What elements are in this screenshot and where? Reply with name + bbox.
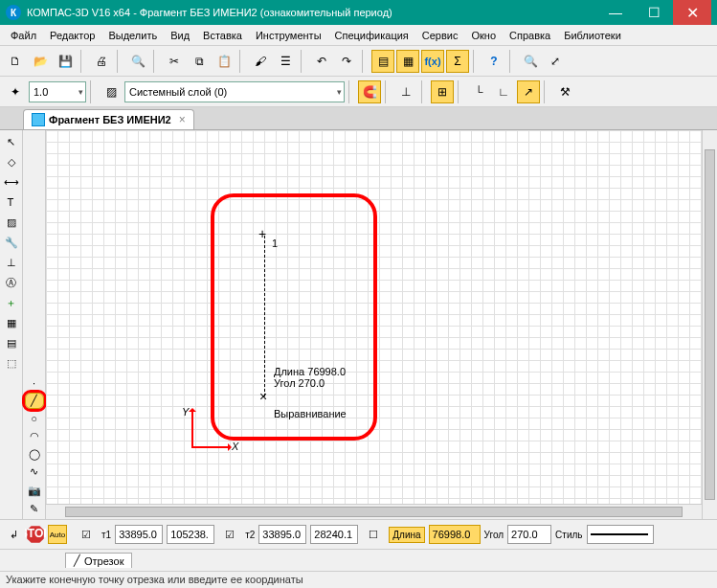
edit-button[interactable]: ⚒ <box>553 80 576 103</box>
spec-tool[interactable]: ▦ <box>2 313 21 332</box>
clipboard-icon: 📋 <box>217 55 232 68</box>
style-field[interactable] <box>587 525 654 544</box>
paste-button[interactable]: 📋 <box>213 50 235 73</box>
insert-tool[interactable]: ⬚ <box>2 353 21 373</box>
param-tab-segment[interactable]: ╱ Отрезок <box>65 553 132 568</box>
lib-button-1[interactable]: ▤ <box>371 50 394 73</box>
t2-lock[interactable]: ☑ <box>218 523 241 546</box>
dim-tool[interactable]: ⟷ <box>2 172 21 192</box>
undo-button[interactable]: ↶ <box>310 50 333 73</box>
redo-button[interactable]: ↷ <box>335 50 358 73</box>
zoom-in-button[interactable]: 🔍 <box>519 50 542 73</box>
horizontal-scrollbar[interactable] <box>46 504 702 519</box>
svg-text:STOP: STOP <box>25 527 46 540</box>
lasso-icon: ◇ <box>8 156 15 169</box>
drawing-canvas[interactable]: Y X + 1 × Длина 76998.0 Угол 270.0 Вырав… <box>46 130 702 504</box>
menu-file[interactable]: Файл <box>4 28 43 43</box>
measure-tool[interactable]: Ⓐ <box>2 273 21 292</box>
thickness-dropdown[interactable]: 1.0 <box>29 81 86 102</box>
t1-lock[interactable]: ☑ <box>75 523 98 546</box>
report-tool[interactable]: ▤ <box>2 333 21 352</box>
point-1-label: 1 <box>272 237 278 249</box>
help-icon: ? <box>490 55 497 68</box>
menu-view[interactable]: Вид <box>164 28 196 43</box>
length-label: Длина <box>389 527 424 543</box>
param-button[interactable]: ↗ <box>517 80 540 103</box>
x-axis-label: X <box>232 441 238 452</box>
angle-button[interactable]: ∟ <box>492 80 515 103</box>
sigma-icon: Σ <box>454 55 460 68</box>
lib-button-2[interactable]: ▦ <box>396 50 419 73</box>
t1-y-field[interactable]: 105238. <box>167 525 214 544</box>
tab-close-icon[interactable]: × <box>179 113 186 126</box>
library2-icon: ▦ <box>403 55 414 68</box>
menu-service[interactable]: Сервис <box>415 28 465 43</box>
vplus-tool[interactable]: ＋ <box>2 293 21 312</box>
menu-select[interactable]: Выделить <box>101 28 164 43</box>
auto-button[interactable]: Auto <box>48 525 67 544</box>
new-button[interactable]: 🗋 <box>4 50 27 73</box>
menu-editor[interactable]: Редактор <box>43 28 101 43</box>
constraint-tool[interactable]: ⊥ <box>2 253 21 272</box>
properties-button[interactable]: ☰ <box>274 50 297 73</box>
layer-value: Системный слой (0) <box>129 86 227 98</box>
menu-spec[interactable]: Спецификация <box>328 28 415 43</box>
ellipse-tool[interactable]: ◯ <box>25 445 44 463</box>
t1-x-field[interactable]: 33895.0 <box>115 525 163 544</box>
magnet-button[interactable]: 🧲 <box>358 80 381 103</box>
ortho-icon: ⊥ <box>401 85 411 99</box>
length-field[interactable]: 76998.0 <box>429 525 481 544</box>
angle-label: Угол <box>484 530 504 540</box>
spline-tool[interactable]: ∿ <box>25 464 44 481</box>
preview-button[interactable]: 🔍 <box>126 50 149 73</box>
t2-y-field[interactable]: 28240.1 <box>310 525 358 544</box>
cut-button[interactable]: ✂ <box>163 50 186 73</box>
menu-window[interactable]: Окно <box>464 28 503 43</box>
print-button[interactable]: 🖨 <box>90 50 113 73</box>
library-icon: ▤ <box>378 55 389 68</box>
select-tool[interactable]: ↖ <box>2 132 21 151</box>
copy-button[interactable]: ⧉ <box>188 50 211 73</box>
vertical-scrollbar[interactable] <box>702 130 717 519</box>
save-button[interactable]: 💾 <box>54 50 77 73</box>
menu-tools[interactable]: Инструменты <box>249 28 328 43</box>
document-tab[interactable]: Фрагмент БЕЗ ИМЕНИ2 × <box>23 109 194 129</box>
angle-field[interactable]: 270.0 <box>507 525 551 544</box>
help-button[interactable]: ? <box>482 50 505 73</box>
fx-button[interactable]: f(x) <box>421 50 444 73</box>
layer-dropdown[interactable]: Системный слой (0) <box>124 81 345 102</box>
hatch-tool[interactable]: ▨ <box>2 213 21 232</box>
snap-toggle[interactable]: ✦ <box>4 80 27 103</box>
maximize-button[interactable]: ☐ <box>635 0 673 25</box>
coord-button[interactable]: └ <box>467 80 490 103</box>
len-lock[interactable]: ☐ <box>362 523 385 546</box>
grid-button[interactable]: ⊞ <box>431 80 454 103</box>
camera-tool[interactable]: 📷 <box>25 483 44 500</box>
menu-libraries[interactable]: Библиотеки <box>557 28 628 43</box>
var-button[interactable]: Σ <box>446 50 469 73</box>
line-tool[interactable]: ╱ <box>25 393 44 410</box>
ortho-button[interactable]: ⊥ <box>394 80 417 103</box>
pencil-icon: ✎ <box>30 503 38 515</box>
text-tool[interactable]: Ꭲ <box>2 192 21 212</box>
circle-tool[interactable]: ○ <box>25 410 44 427</box>
open-button[interactable]: 📂 <box>29 50 52 73</box>
report-icon: ▤ <box>7 337 16 350</box>
apply-button[interactable]: ↲ <box>4 525 23 544</box>
hatch-button[interactable]: ▨ <box>100 80 123 103</box>
lasso-tool[interactable]: ◇ <box>2 152 21 171</box>
zoom-fit-button[interactable]: ⤢ <box>544 50 567 73</box>
menu-help[interactable]: Справка <box>503 28 557 43</box>
close-button[interactable]: ✕ <box>673 0 711 25</box>
stop-button[interactable]: STOP <box>25 524 46 545</box>
edit-tool[interactable]: 🔧 <box>2 233 21 252</box>
t2-x-field[interactable]: 33895.0 <box>258 525 306 544</box>
brush-button[interactable]: 🖌 <box>249 50 272 73</box>
arc-tool[interactable]: ◠ <box>25 428 44 445</box>
menu-insert[interactable]: Вставка <box>196 28 249 43</box>
compass-icon: Ⓐ <box>6 276 16 290</box>
point-tool[interactable]: · <box>25 374 44 392</box>
parameters-panel: ↲ STOP Auto ☑ т1 33895.0 105238. ☑ т2 33… <box>0 519 717 571</box>
brush-tool[interactable]: ✎ <box>25 500 44 517</box>
minimize-button[interactable]: — <box>596 0 635 25</box>
